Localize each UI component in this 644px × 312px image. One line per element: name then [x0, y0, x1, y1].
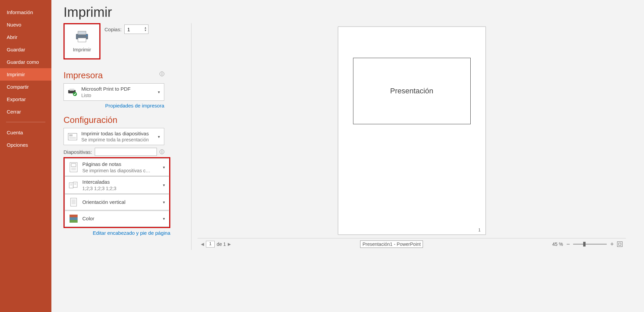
chevron-down-icon: ▼ — [157, 135, 161, 138]
slides-label: Diapositivas: — [63, 149, 92, 155]
svg-rect-28 — [70, 215, 78, 217]
copies-label: Copias: — [104, 27, 122, 32]
collation-sub: 1;2;3 1;2;3 1;2;3 — [82, 185, 116, 191]
svg-rect-22 — [71, 198, 77, 206]
sidebar-item-guardar[interactable]: Guardar — [0, 43, 51, 56]
sidebar-separator — [6, 122, 45, 122]
page-of-label: de 1 — [217, 241, 226, 247]
svg-point-3 — [86, 35, 87, 36]
spinner-buttons[interactable]: ▲ ▼ — [144, 27, 147, 32]
color-title: Color — [82, 215, 94, 222]
printer-dropdown[interactable]: Microsoft Print to PDF Listo ▼ — [63, 83, 164, 101]
backstage-sidebar: Información Nuevo Abrir Guardar Guardar … — [0, 0, 51, 312]
svg-rect-17 — [73, 182, 77, 187]
preview-slide-title: Presentación — [390, 87, 433, 95]
preview-page: Presentación 1 — [338, 27, 486, 235]
fit-to-window-button[interactable] — [617, 241, 622, 247]
collation-dropdown[interactable]: Intercaladas 1;2;3 1;2;3 1;2;3 ▼ — [65, 176, 169, 194]
pager-bar: ◀ 1 de 1 ▶ Presentación1 - PowerPoint 45… — [198, 238, 626, 250]
info-icon[interactable]: i — [160, 149, 164, 154]
portrait-icon — [68, 197, 79, 207]
next-page-button[interactable]: ▶ — [228, 242, 231, 247]
preview-slide: Presentación — [353, 58, 471, 124]
sidebar-item-cuenta[interactable]: Cuenta — [0, 126, 51, 139]
zoom-percent: 45 % — [552, 241, 563, 247]
svg-rect-30 — [70, 220, 78, 223]
print-range-title: Imprimir todas las diapositivas — [81, 130, 149, 137]
sidebar-item-compartir[interactable]: Compartir — [0, 81, 51, 93]
layout-title: Páginas de notas — [82, 161, 153, 168]
print-button[interactable]: Imprimir — [63, 23, 100, 59]
svg-rect-1 — [78, 31, 86, 35]
sidebar-item-abrir[interactable]: Abrir — [0, 31, 51, 43]
section-impresora: Impresora — [63, 70, 103, 81]
page-number-input[interactable]: 1 — [206, 241, 215, 248]
page-title: Imprimir — [63, 5, 632, 20]
chevron-down-icon: ▼ — [162, 166, 166, 169]
spinner-down-icon[interactable]: ▼ — [144, 29, 147, 32]
svg-rect-29 — [70, 217, 78, 220]
edit-header-footer-link[interactable]: Editar encabezado y pie de página — [93, 230, 170, 236]
printer-icon — [75, 31, 89, 43]
orientation-title: Orientación vertical — [82, 199, 125, 206]
print-preview-pane: Presentación 1 ◀ 1 de 1 ▶ Presentación1 … — [191, 23, 632, 250]
svg-rect-8 — [69, 134, 73, 136]
svg-rect-16 — [69, 183, 73, 188]
preview-page-number: 1 — [478, 228, 481, 232]
color-dropdown[interactable]: Color ▼ — [65, 211, 169, 227]
chevron-down-icon: ▼ — [162, 200, 166, 204]
sidebar-item-exportar[interactable]: Exportar — [0, 93, 51, 105]
chevron-down-icon: ▼ — [162, 217, 166, 220]
color-icon — [68, 214, 79, 223]
sidebar-item-nuevo[interactable]: Nuevo — [0, 18, 51, 31]
printer-name: Microsoft Print to PDF — [81, 86, 131, 92]
collation-title: Intercaladas — [82, 179, 116, 185]
section-configuracion: Configuración — [63, 115, 178, 125]
prev-page-button[interactable]: ◀ — [201, 242, 204, 247]
zoom-out-button[interactable]: − — [566, 241, 570, 248]
sidebar-item-cerrar[interactable]: Cerrar — [0, 105, 51, 118]
svg-rect-2 — [78, 38, 86, 42]
highlighted-settings-group: Páginas de notas Se imprimen las diaposi… — [63, 157, 170, 228]
layout-sub: Se imprimen las diapositivas con... — [82, 168, 153, 174]
print-range-dropdown[interactable]: Imprimir todas las diapositivas Se impri… — [63, 128, 164, 145]
print-button-label: Imprimir — [73, 47, 91, 52]
chevron-down-icon: ▼ — [162, 183, 166, 187]
main-area: Imprimir Imprimir — [51, 0, 644, 312]
printer-status-icon — [67, 88, 78, 96]
slides-input[interactable] — [95, 148, 157, 156]
sidebar-item-opciones[interactable]: Opciones — [0, 139, 51, 151]
printer-status: Listo — [81, 92, 131, 98]
chevron-down-icon: ▼ — [157, 90, 161, 94]
collated-icon — [68, 181, 79, 189]
info-icon[interactable]: i — [160, 72, 164, 76]
sidebar-item-informacion[interactable]: Información — [0, 6, 51, 18]
slides-icon — [67, 133, 78, 140]
sidebar-item-imprimir[interactable]: Imprimir — [0, 68, 51, 81]
zoom-slider[interactable] — [573, 244, 607, 244]
printer-properties-link[interactable]: Propiedades de impresora — [105, 103, 164, 108]
print-range-sub: Se imprime toda la presentación — [81, 137, 149, 143]
document-title-box: Presentación1 - PowerPoint — [360, 240, 423, 248]
zoom-in-button[interactable]: + — [610, 241, 614, 248]
print-options-column: Imprimir Copias: 1 ▲ ▼ — [63, 23, 178, 250]
notes-page-icon — [68, 162, 79, 172]
orientation-dropdown[interactable]: Orientación vertical ▼ — [65, 194, 169, 210]
copies-stepper[interactable]: 1 ▲ ▼ — [124, 25, 148, 34]
sidebar-item-guardar-como[interactable]: Guardar como — [0, 56, 51, 68]
copies-value: 1 — [127, 27, 130, 32]
svg-rect-11 — [70, 163, 77, 172]
svg-rect-5 — [70, 89, 74, 91]
layout-dropdown[interactable]: Páginas de notas Se imprimen las diaposi… — [65, 159, 169, 176]
